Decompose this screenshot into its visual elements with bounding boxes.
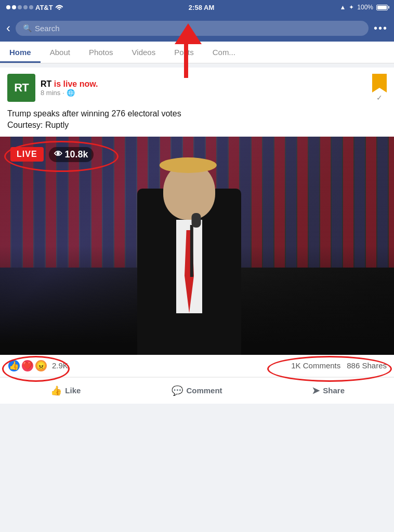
action-bar: 👍 Like 💬 Comment ➤ Share (0, 377, 394, 404)
signal-dot-5 (29, 5, 33, 9)
post-caption: Trump speaks after winning 276 electoral… (0, 108, 394, 137)
carrier-label: AT&T (35, 4, 53, 11)
post-card: RT RT is live now. 8 mins · 🌐 ✓ Trump sp… (0, 68, 394, 404)
back-button[interactable]: ‹ (6, 21, 10, 35)
video-thumbnail[interactable]: LIVE 👁 10.8k (0, 137, 394, 355)
signal-dot-3 (18, 5, 22, 9)
tab-community[interactable]: Com... (203, 42, 245, 63)
like-reaction-icon: 👍 (7, 359, 21, 373)
live-circle-annotation (4, 141, 119, 172)
like-button[interactable]: 👍 Like (0, 380, 132, 402)
rt-logo-text: RT (14, 81, 28, 95)
nav-bar: ‹ 🔍 Search ••• (0, 15, 394, 42)
signal-dot-2 (12, 5, 16, 9)
comments-count[interactable]: 1K Comments (291, 361, 340, 370)
status-time: 2:58 AM (189, 4, 214, 11)
battery-fill (377, 6, 387, 9)
love-reaction-icon: ❤️ (21, 359, 34, 373)
tab-videos[interactable]: Videos (123, 42, 165, 63)
signal-dots (6, 5, 33, 9)
chevron-down-icon: ✓ (376, 94, 383, 102)
post-header: RT RT is live now. 8 mins · 🌐 ✓ (0, 68, 394, 108)
bookmark-icon (372, 74, 387, 92)
figure (111, 137, 267, 355)
bluetooth-icon: ✦ (349, 4, 354, 11)
reactions-row: 👍 ❤️ 😠 2.9K 1K Comments 886 Shares (0, 355, 394, 377)
battery-percent: 100% (357, 4, 373, 11)
tab-posts[interactable]: Posts (165, 42, 203, 63)
location-icon: ▲ (339, 4, 346, 11)
reactions-left[interactable]: 👍 ❤️ 😠 2.9K (7, 359, 68, 373)
battery-icon (376, 5, 388, 10)
search-bar[interactable]: 🔍 Search (16, 21, 369, 36)
share-icon: ➤ (312, 385, 320, 396)
signal-dot-4 (23, 5, 28, 9)
bookmark-button[interactable]: ✓ (372, 74, 387, 102)
comment-button[interactable]: 💬 Comment (132, 380, 263, 402)
post-header-left: RT RT is live now. 8 mins · 🌐 (7, 74, 98, 102)
status-bar: AT&T 2:58 AM ▲ ✦ 100% (0, 0, 394, 15)
share-button[interactable]: ➤ Share (262, 380, 394, 402)
wifi-icon (55, 4, 63, 11)
page-avatar[interactable]: RT (7, 74, 35, 102)
tab-home[interactable]: Home (0, 42, 41, 63)
like-icon: 👍 (50, 385, 62, 396)
tab-photos[interactable]: Photos (80, 42, 123, 63)
page-name[interactable]: RT (41, 79, 51, 88)
angry-reaction-icon: 😠 (34, 359, 48, 373)
signal-dot-1 (6, 5, 10, 9)
page-name-live: RT is live now. (41, 79, 98, 89)
privacy-globe-icon: 🌐 (67, 89, 75, 97)
status-left: AT&T (6, 4, 63, 11)
search-icon: 🔍 (23, 24, 32, 32)
shares-count[interactable]: 886 Shares (347, 361, 387, 370)
nav-arrow-wrapper: ‹ 🔍 Search ••• (0, 15, 394, 42)
reaction-count: 2.9K (52, 361, 68, 370)
post-time: 8 mins · 🌐 (41, 89, 98, 97)
tab-about[interactable]: About (41, 42, 80, 63)
tabs-bar: Home About Photos Videos Posts Com... (0, 42, 394, 63)
post-meta: RT is live now. 8 mins · 🌐 (41, 79, 98, 97)
search-placeholder: Search (35, 24, 60, 33)
reactions-right: 1K Comments 886 Shares (291, 361, 387, 370)
live-status-text: is live now. (51, 79, 98, 88)
separator-dot: · (62, 89, 64, 97)
status-right: ▲ ✦ 100% (339, 4, 388, 11)
comment-icon: 💬 (172, 385, 183, 396)
more-button[interactable]: ••• (374, 22, 388, 34)
